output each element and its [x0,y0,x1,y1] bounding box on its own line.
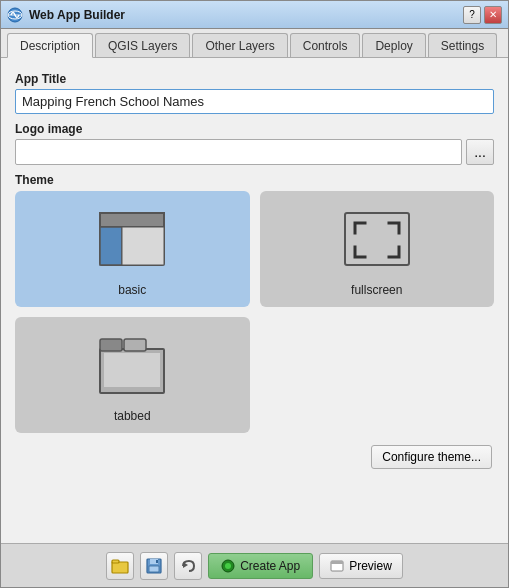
theme-tabbed[interactable]: tabbed [15,317,250,433]
open-button[interactable] [106,552,134,580]
logo-section: Logo image ... [15,122,494,165]
svg-rect-13 [112,560,119,563]
basic-label: basic [118,283,146,297]
tab-bar: Description QGIS Layers Other Layers Con… [1,29,508,58]
svg-rect-12 [112,562,128,573]
svg-rect-22 [331,561,343,564]
theme-row-2: tabbed [15,317,494,433]
svg-marker-18 [183,562,188,568]
svg-point-20 [225,563,231,569]
help-button[interactable]: ? [463,6,481,24]
svg-rect-10 [124,339,146,351]
tab-other-layers[interactable]: Other Layers [192,33,287,57]
tabbed-label: tabbed [114,409,151,423]
svg-rect-9 [100,339,122,351]
app-icon [7,7,23,23]
logo-input[interactable] [15,139,462,165]
tabbed-theme-icon [92,331,172,401]
svg-rect-16 [149,566,159,572]
fullscreen-label: fullscreen [351,283,402,297]
main-content: App Title Logo image ... Theme [1,58,508,543]
theme-basic[interactable]: basic [15,191,250,307]
basic-theme-icon [92,205,172,275]
title-bar: Web App Builder ? ✕ [1,1,508,29]
close-button[interactable]: ✕ [484,6,502,24]
app-title-section: App Title [15,72,494,114]
tab-controls[interactable]: Controls [290,33,361,57]
undo-button[interactable] [174,552,202,580]
window-title: Web App Builder [29,8,463,22]
tab-deploy[interactable]: Deploy [362,33,425,57]
app-title-input[interactable] [15,89,494,114]
logo-label: Logo image [15,122,494,136]
browse-button[interactable]: ... [466,139,494,165]
theme-grid: basic fullscreen [15,191,494,307]
svg-rect-5 [100,227,122,265]
theme-fullscreen[interactable]: fullscreen [260,191,495,307]
svg-rect-6 [122,227,164,265]
preview-button[interactable]: Preview [319,553,403,579]
save-button[interactable] [140,552,168,580]
svg-rect-17 [156,560,158,563]
tab-qgis-layers[interactable]: QGIS Layers [95,33,190,57]
bottom-bar: Create App Preview [1,543,508,587]
window-controls: ? ✕ [463,6,502,24]
fullscreen-theme-icon [337,205,417,275]
app-title-label: App Title [15,72,494,86]
tab-description[interactable]: Description [7,33,93,58]
create-app-icon [221,559,235,573]
preview-icon [330,559,344,573]
tab-settings[interactable]: Settings [428,33,497,57]
create-app-button[interactable]: Create App [208,553,313,579]
app-window: Web App Builder ? ✕ Description QGIS Lay… [0,0,509,588]
configure-theme-button[interactable]: Configure theme... [371,445,492,469]
svg-rect-4 [100,213,164,227]
logo-row: ... [15,139,494,165]
theme-label: Theme [15,173,494,187]
configure-row: Configure theme... [15,445,494,469]
theme-section: Theme basic [15,173,494,433]
svg-rect-11 [104,353,160,387]
